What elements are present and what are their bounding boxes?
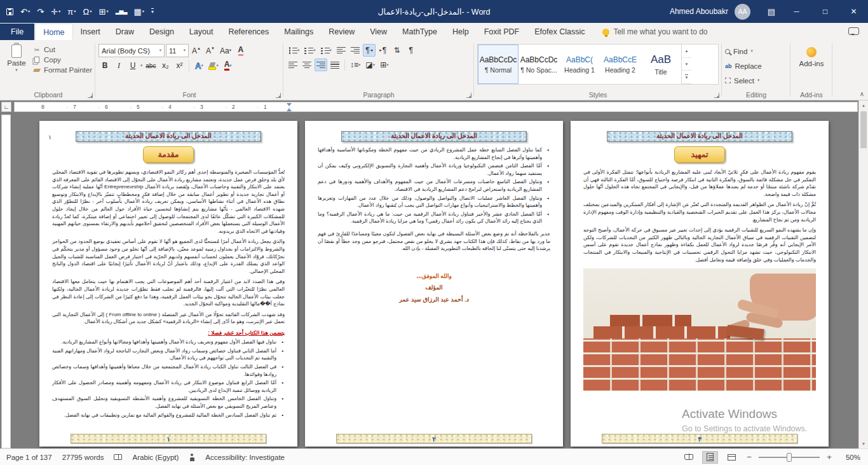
dialog-launcher-icon[interactable]	[466, 93, 471, 98]
customize-qat-button[interactable]	[151, 8, 154, 15]
equation-button[interactable]: π	[67, 8, 76, 16]
zoom-slider-thumb[interactable]	[787, 453, 792, 462]
indent-marker[interactable]	[287, 103, 292, 111]
cut-button[interactable]: ✂Cut	[32, 46, 92, 53]
style-card[interactable]: AaBbCcDc¶ Normal	[478, 45, 519, 84]
shading-button[interactable]: ◪	[363, 59, 377, 71]
strikethrough-button[interactable]: abc	[144, 59, 158, 72]
tab-stop-selector[interactable]: ∟	[1, 102, 11, 112]
document-page-1[interactable]: المدخل الى ريادة الاعمال الحديثة مقدمة ت…	[39, 121, 297, 447]
zoom-out-button[interactable]: −	[745, 452, 753, 462]
clear-formatting-button[interactable]: A	[234, 45, 247, 57]
maximize-button[interactable]: □	[811, 0, 839, 23]
scroll-up-arrow[interactable]	[859, 101, 868, 110]
bold-button[interactable]: B	[98, 59, 111, 72]
align-center-button[interactable]	[301, 59, 313, 71]
table-button[interactable]: ⊞	[98, 8, 108, 16]
font-color-button[interactable]: A	[222, 59, 234, 72]
document-page-3[interactable]: المدخل الى ريادة الاعمال الحديثة تمهيد ي…	[571, 121, 829, 447]
format-painter-button[interactable]: Format Painter	[32, 66, 92, 74]
copy-button[interactable]: Copy	[32, 56, 92, 64]
increase-indent-button[interactable]	[349, 44, 362, 57]
sort-button[interactable]: ⇅	[391, 44, 403, 57]
style-card[interactable]: AaBbCcDc¶ No Spac...	[519, 45, 559, 84]
vertical-ruler[interactable]	[1, 115, 11, 448]
tab-references[interactable]: References	[220, 24, 276, 40]
word-count[interactable]: 27795 words	[62, 454, 104, 461]
tab-layout[interactable]: Layout	[182, 24, 221, 40]
read-mode-button[interactable]	[681, 451, 696, 464]
tab-draw[interactable]: Draw	[108, 24, 142, 40]
minimize-button[interactable]: ─	[782, 0, 811, 23]
proofing-icon[interactable]	[114, 454, 122, 460]
horizontal-ruler[interactable]: 8·7·6·5·4·3·2·1·	[14, 102, 858, 112]
symbol-button[interactable]: Ω	[83, 8, 92, 16]
font-name-select[interactable]: Arial (Body CS)	[98, 44, 165, 57]
change-case-button[interactable]: Aa	[218, 45, 233, 57]
shrink-font-button[interactable]: A▼	[204, 45, 217, 57]
redo-button[interactable]: ↷	[37, 8, 44, 16]
tab-review[interactable]: Review	[321, 24, 362, 40]
text-effects-button[interactable]: A	[193, 59, 205, 72]
multilevel-list-button[interactable]	[319, 44, 334, 57]
align-left-button[interactable]	[287, 59, 299, 71]
ribbon-display-options-icon[interactable]: ▤	[761, 7, 782, 17]
tab-design[interactable]: Design	[142, 24, 182, 40]
save-button[interactable]	[6, 8, 13, 15]
style-card[interactable]: AaBbCcEHeading 2	[600, 45, 641, 84]
language-indicator[interactable]: Arabic (Egypt)	[132, 454, 179, 461]
rtl-direction-button[interactable]: ¶	[363, 44, 376, 57]
find-button[interactable]: Find	[725, 45, 787, 58]
dialog-launcher-icon[interactable]	[88, 93, 93, 98]
style-card[interactable]: AaBbC(Heading 1	[559, 45, 600, 84]
tab-efofex-classic[interactable]: Efofex Classic	[527, 24, 592, 40]
touch-mode-button[interactable]: ✛	[51, 8, 60, 16]
insert-table-button[interactable]: ▦	[133, 8, 144, 16]
ltr-direction-button[interactable]: ¶	[377, 44, 390, 57]
addins-button[interactable]: Add-ins	[794, 42, 829, 67]
show-marks-button[interactable]: ¶	[405, 44, 417, 57]
tab-mathtype[interactable]: MathType	[395, 24, 445, 40]
borders-button[interactable]: ⊞	[378, 59, 391, 71]
dialog-launcher-icon[interactable]	[714, 93, 719, 98]
scroll-down-arrow[interactable]	[859, 439, 868, 448]
align-right-button[interactable]	[315, 59, 327, 71]
tab-file[interactable]: File	[0, 24, 34, 40]
web-layout-button[interactable]	[724, 451, 740, 464]
gallery-more-button[interactable]	[682, 71, 691, 84]
page-indicator[interactable]: Page 1 of 137	[6, 454, 52, 461]
italic-button[interactable]: I	[112, 59, 125, 72]
bullets-button[interactable]	[287, 44, 301, 57]
dialog-launcher-icon[interactable]	[276, 93, 281, 98]
accessibility-status[interactable]: Accessibility: Investigate	[205, 454, 285, 461]
select-button[interactable]: Select	[725, 74, 787, 87]
tab-home[interactable]: Home	[35, 24, 72, 40]
decrease-indent-button[interactable]	[335, 44, 348, 57]
style-card[interactable]: AaBTitle	[641, 45, 681, 84]
replace-button[interactable]: abReplace	[725, 59, 787, 73]
zoom-in-button[interactable]: +	[825, 452, 833, 462]
avatar[interactable]: AA	[735, 4, 750, 20]
underline-button[interactable]: U	[126, 59, 139, 72]
tab-insert[interactable]: Insert	[73, 24, 108, 40]
zoom-slider[interactable]	[759, 457, 820, 458]
numbering-button[interactable]	[302, 44, 317, 57]
gallery-scroll-down-button[interactable]	[682, 58, 691, 71]
account-name[interactable]: Ahmed Aboubakr	[670, 7, 728, 16]
collapse-ribbon-button[interactable]: ∧	[860, 90, 864, 97]
justify-button[interactable]	[329, 59, 341, 71]
vertical-scrollbar[interactable]	[858, 101, 868, 448]
gallery-scroll-up-button[interactable]	[682, 45, 691, 58]
feedback-icon[interactable]	[848, 27, 859, 35]
chart-button[interactable]: ▂▅▃	[116, 9, 127, 15]
subscript-button[interactable]: x₂	[159, 59, 172, 72]
undo-button[interactable]: ↶	[20, 8, 30, 16]
grow-font-button[interactable]: A▲	[190, 45, 203, 57]
print-layout-button[interactable]	[702, 451, 718, 464]
tab-mailings[interactable]: Mailings	[276, 24, 321, 40]
paste-button[interactable]: Paste	[4, 42, 29, 74]
superscript-button[interactable]: x²	[173, 59, 186, 72]
line-spacing-button[interactable]: ↕≡	[348, 59, 362, 71]
close-button[interactable]: ✕	[839, 0, 868, 23]
tab-help[interactable]: Help	[445, 24, 477, 40]
